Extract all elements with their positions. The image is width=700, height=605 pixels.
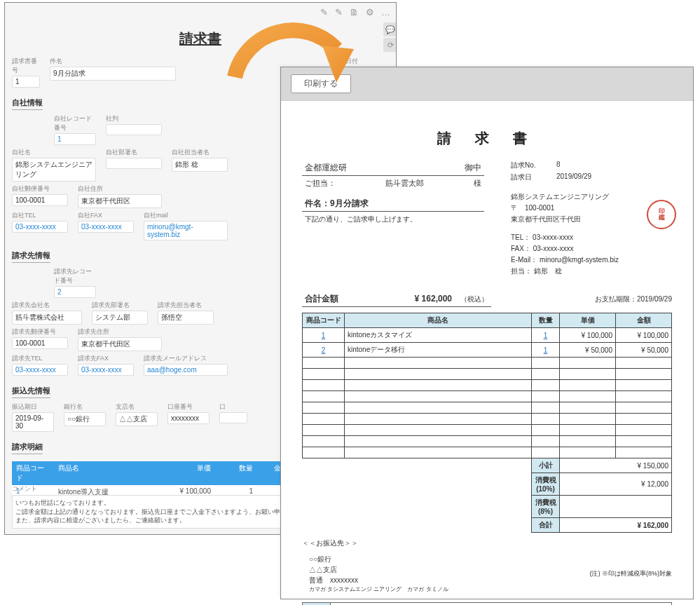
table-row: 1kintoneカスタマイズ1¥ 100,000¥ 100,000 xyxy=(303,328,672,343)
table-row xyxy=(303,380,672,391)
subject-value: 9月分請求 xyxy=(50,67,176,81)
edit-icon[interactable]: ✎ xyxy=(320,7,328,18)
subject-label: 件名 xyxy=(50,57,176,66)
form-toolbar: ✎ ✎ 🗎 ⚙ … xyxy=(320,7,390,18)
table-row xyxy=(303,436,672,447)
table-row xyxy=(303,369,672,380)
more-icon[interactable]: … xyxy=(381,7,390,18)
subject-line: 件名：9月分請求 xyxy=(302,196,484,212)
remark-table: 備考いつもお世話になっております。 ご請求金額は上記の通りとなっております。振込… xyxy=(302,602,672,605)
invoice-no-label: 請求書番号 xyxy=(12,57,40,75)
gear-icon[interactable]: ⚙ xyxy=(366,7,374,18)
print-preview-panel: 印刷する 請 求 書 金都運総研御中 ご担当：筋斗雲太郎様 件名：9月分請求 下… xyxy=(280,67,694,599)
page-icon[interactable]: 🗎 xyxy=(350,7,359,18)
seal-icon: 印 鑑 xyxy=(647,200,676,229)
company-block: 錦形システムエンジニアリング 〒 100-0001 東京都千代田区千代田 TEL… xyxy=(511,192,672,276)
doc-title: 請 求 書 xyxy=(302,129,672,148)
table-row: 2kintoneデータ移行1¥ 50,000¥ 50,000 xyxy=(303,343,672,358)
duplicate-icon[interactable]: ✎ xyxy=(335,7,343,18)
history-side-icon[interactable]: ⟳ xyxy=(383,38,397,52)
client-company: 金都運総研 xyxy=(305,162,347,174)
table-row xyxy=(303,358,672,369)
table-row xyxy=(303,391,672,402)
table-row xyxy=(303,447,672,458)
print-button[interactable]: 印刷する xyxy=(291,74,351,93)
bank-block: ○○銀行 △△支店 普通 xxxxxxxx カマガ タシステムエンジ ニアリング… xyxy=(302,554,483,594)
detail-section-header: 請求明細 xyxy=(12,442,43,454)
invoice-no-value: 1 xyxy=(12,76,40,88)
invoice-table: 商品コード 商品名 数量 単価 金額 1kintoneカスタマイズ1¥ 100,… xyxy=(302,313,672,533)
print-toolbar: 印刷する xyxy=(281,67,693,101)
table-row xyxy=(303,425,672,436)
company-section-header: 自社情報 xyxy=(12,97,43,110)
bank-section-header: 振込先情報 xyxy=(12,386,50,398)
form-title: 請求書 xyxy=(12,29,389,48)
comment-side-icon[interactable]: 💬 xyxy=(383,22,397,36)
table-row xyxy=(303,402,672,414)
invoice-date-label: 請求日付 xyxy=(333,57,389,66)
table-row xyxy=(303,414,672,425)
client-section-header: 請求先情報 xyxy=(12,250,50,263)
